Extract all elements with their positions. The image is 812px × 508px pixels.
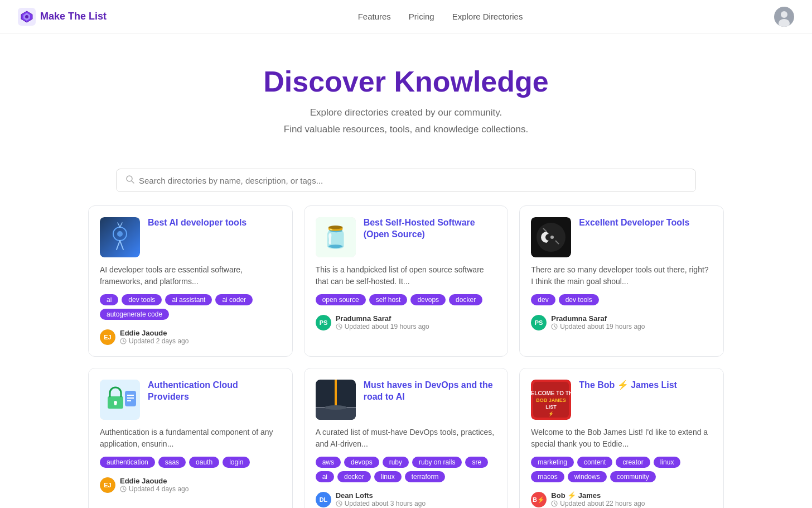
tag[interactable]: windows bbox=[568, 471, 607, 482]
author-info: Dean Lofts Updated about 3 hours ago bbox=[336, 491, 426, 507]
tag[interactable]: ai assistant bbox=[165, 294, 212, 305]
author-avatar: PS bbox=[316, 315, 331, 330]
author-updated: Updated about 3 hours ago bbox=[336, 500, 426, 507]
svg-line-25 bbox=[339, 327, 341, 328]
card-tags: devdev tools bbox=[531, 294, 712, 305]
author-name: Pradumna Saraf bbox=[336, 314, 429, 323]
card-thumbnail: 🫙 bbox=[316, 217, 356, 257]
svg-line-67 bbox=[554, 504, 556, 505]
tag[interactable]: content bbox=[577, 457, 612, 468]
card-title[interactable]: Excellent Developer Tools bbox=[579, 217, 689, 229]
tag[interactable]: oauth bbox=[189, 457, 219, 468]
nav-pricing-link[interactable]: Pricing bbox=[409, 12, 434, 21]
tag[interactable]: ruby bbox=[383, 457, 409, 468]
card-description: Authentication is a fundamental componen… bbox=[100, 426, 281, 450]
svg-line-46 bbox=[123, 489, 125, 490]
card-description: A curated list of must-have DevOps tools… bbox=[316, 426, 497, 450]
svg-text:WELCOME TO THE: WELCOME TO THE bbox=[531, 390, 571, 396]
tag[interactable]: login bbox=[223, 457, 250, 468]
search-container bbox=[116, 169, 696, 192]
author-avatar: EJ bbox=[100, 477, 115, 493]
tag[interactable]: dev tools bbox=[559, 294, 599, 305]
author-name: Dean Lofts bbox=[336, 491, 426, 500]
tag[interactable]: ai bbox=[100, 294, 118, 305]
tag[interactable]: authentication bbox=[100, 457, 155, 468]
search-section bbox=[71, 169, 741, 192]
tag[interactable]: open source bbox=[316, 294, 366, 305]
svg-rect-37 bbox=[114, 402, 117, 405]
svg-text:DL: DL bbox=[319, 496, 327, 503]
card-footer: PS Pradumna Saraf Updated about 19 hours… bbox=[316, 314, 497, 330]
clock-icon bbox=[336, 323, 342, 330]
card-footer: DL Dean Lofts Updated about 3 hours ago bbox=[316, 491, 497, 507]
tag[interactable]: linux bbox=[374, 471, 402, 482]
nav-explore-link[interactable]: Explore Directories bbox=[452, 12, 523, 21]
tag[interactable]: creator bbox=[616, 457, 650, 468]
card-top: Must haves in DevOps and the road to AI bbox=[316, 380, 497, 420]
svg-rect-9 bbox=[100, 217, 140, 257]
card-description: Welcome to the Bob James List! I'd like … bbox=[531, 426, 712, 450]
card-description: This is a handpicked list of open source… bbox=[316, 264, 497, 287]
author-info: Pradumna Saraf Updated about 19 hours ag… bbox=[551, 314, 645, 330]
card-must-haves-devops: Must haves in DevOps and the road to AI … bbox=[304, 368, 509, 508]
card-header-text: Excellent Developer Tools bbox=[579, 217, 689, 229]
hero-section: Discover Knowledge Explore directories c… bbox=[0, 33, 812, 153]
tag[interactable]: dev tools bbox=[122, 294, 162, 305]
tag[interactable]: linux bbox=[654, 457, 681, 468]
tag[interactable]: devops bbox=[344, 457, 379, 468]
tag[interactable]: autogenerate code bbox=[100, 309, 169, 320]
svg-text:B⚡: B⚡ bbox=[533, 496, 545, 504]
author-updated: Updated about 22 hours ago bbox=[551, 500, 645, 507]
card-title[interactable]: The Bob ⚡ James List bbox=[579, 380, 677, 391]
tag[interactable]: macos bbox=[531, 471, 564, 482]
card-best-self-hosted: 🫙 Best Self-Hosted Software (Open Source… bbox=[304, 205, 509, 357]
card-title[interactable]: Authentication Cloud Providers bbox=[148, 380, 281, 403]
author-updated: Updated 4 days ago bbox=[120, 485, 188, 493]
card-footer: B⚡ Bob ⚡ James Updated about 22 hours ag… bbox=[531, 491, 712, 507]
card-excellent-dev-tools: Excellent Developer Tools There are so m… bbox=[519, 205, 724, 357]
tag[interactable]: marketing bbox=[531, 457, 574, 468]
card-title[interactable]: Best Self-Hosted Software (Open Source) bbox=[364, 217, 497, 241]
author-avatar: DL bbox=[316, 492, 331, 507]
svg-text:PS: PS bbox=[535, 319, 543, 326]
tag[interactable]: terraform bbox=[405, 471, 446, 482]
card-footer: PS Pradumna Saraf Updated about 19 hours… bbox=[531, 314, 712, 330]
card-header-text: The Bob ⚡ James List bbox=[579, 380, 677, 391]
svg-point-11 bbox=[117, 231, 123, 237]
nav-features-link[interactable]: Features bbox=[358, 12, 391, 21]
tag[interactable]: sre bbox=[465, 457, 488, 468]
tag[interactable]: devops bbox=[410, 294, 446, 305]
user-avatar[interactable] bbox=[774, 7, 794, 27]
card-title[interactable]: Best AI developer tools bbox=[148, 217, 246, 229]
svg-text:PS: PS bbox=[319, 319, 327, 326]
clock-icon bbox=[336, 500, 342, 507]
card-thumbnail bbox=[316, 380, 356, 420]
author-updated: Updated about 19 hours ago bbox=[336, 323, 429, 330]
tag[interactable]: ai coder bbox=[215, 294, 253, 305]
tag[interactable]: self host bbox=[369, 294, 408, 305]
tag[interactable]: saas bbox=[158, 457, 186, 468]
tag[interactable]: ruby on rails bbox=[412, 457, 462, 468]
search-input[interactable] bbox=[139, 176, 687, 185]
card-thumbnail bbox=[531, 217, 571, 257]
card-description: There are so many developer tools out th… bbox=[531, 264, 712, 287]
svg-line-20 bbox=[123, 341, 125, 342]
tag[interactable]: aws bbox=[316, 457, 341, 468]
tag[interactable]: docker bbox=[449, 294, 482, 305]
nav-logo[interactable]: Make The List bbox=[18, 8, 107, 26]
clock-icon bbox=[551, 323, 558, 330]
card-header-text: Authentication Cloud Providers bbox=[148, 380, 281, 403]
card-header-text: Best AI developer tools bbox=[148, 217, 246, 229]
nav-links: Features Pricing Explore Directories bbox=[358, 12, 523, 21]
tag[interactable]: docker bbox=[337, 471, 371, 482]
card-tags: marketingcontentcreatorlinuxmacoswindows… bbox=[531, 457, 712, 482]
svg-line-33 bbox=[554, 327, 556, 328]
card-tags: awsdevopsrubyruby on railssreaidockerlin… bbox=[316, 457, 497, 482]
tag[interactable]: dev bbox=[531, 294, 555, 305]
svg-text:⚡: ⚡ bbox=[548, 411, 554, 416]
hero-subtitle-2: Find valuable resources, tools, and know… bbox=[11, 124, 801, 135]
card-title[interactable]: Must haves in DevOps and the road to AI bbox=[364, 380, 497, 403]
tag[interactable]: ai bbox=[316, 471, 334, 482]
tag[interactable]: community bbox=[610, 471, 656, 482]
author-avatar: PS bbox=[531, 315, 547, 330]
